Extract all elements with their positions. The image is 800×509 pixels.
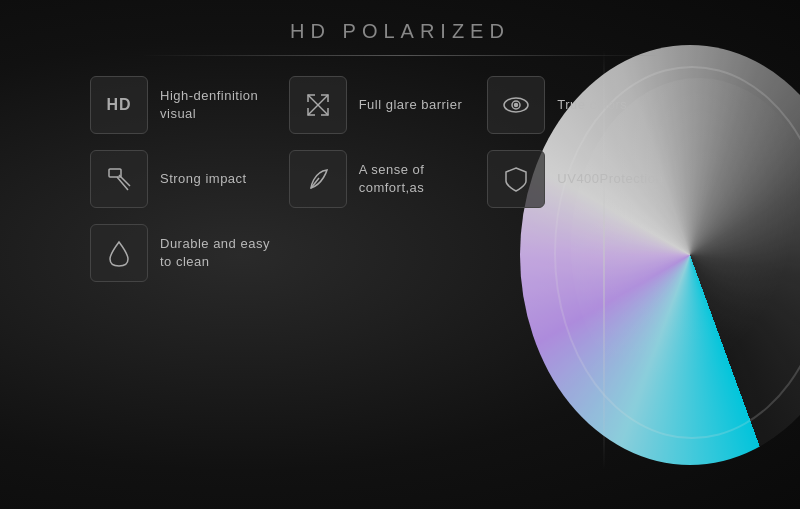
hd-icon: HD (106, 96, 131, 114)
main-container: HD POLARIZED HD High-denfinition visual (0, 0, 800, 509)
title-area: HD POLARIZED (30, 20, 770, 43)
eye-icon (501, 90, 531, 120)
durable-icon-box (90, 224, 148, 282)
feature-true-colors: True colors (487, 76, 670, 134)
uv-protection-label: UV400Protection (557, 170, 663, 188)
true-colors-icon-box (487, 76, 545, 134)
uv-protection-icon-box (487, 150, 545, 208)
comfort-label: A sense of comfort,as (359, 161, 472, 197)
page-title: HD POLARIZED (30, 20, 770, 43)
comfort-icon-box (289, 150, 347, 208)
strong-impact-icon-box (90, 150, 148, 208)
feature-hd-visual: HD High-denfinition visual (90, 76, 273, 134)
feature-durable: Durable and easy to clean (90, 224, 273, 282)
cross-arrows-icon (303, 90, 333, 120)
features-grid: HD High-denfinition visual Full glare ba… (90, 76, 670, 282)
hd-visual-label: High-denfinition visual (160, 87, 273, 123)
svg-point-4 (515, 104, 518, 107)
shield-icon (501, 164, 531, 194)
hd-visual-icon-box: HD (90, 76, 148, 134)
strong-impact-label: Strong impact (160, 170, 247, 188)
feature-strong-impact: Strong impact (90, 150, 273, 208)
full-glare-label: Full glare barrier (359, 96, 463, 114)
durable-label: Durable and easy to clean (160, 235, 273, 271)
feature-uv-protection: UV400Protection (487, 150, 670, 208)
full-glare-icon-box (289, 76, 347, 134)
drop-icon (104, 238, 134, 268)
divider (141, 55, 659, 56)
feature-comfort: A sense of comfort,as (289, 150, 472, 208)
feature-full-glare: Full glare barrier (289, 76, 472, 134)
hammer-icon (104, 164, 134, 194)
true-colors-label: True colors (557, 96, 627, 114)
leaf-icon (303, 164, 333, 194)
